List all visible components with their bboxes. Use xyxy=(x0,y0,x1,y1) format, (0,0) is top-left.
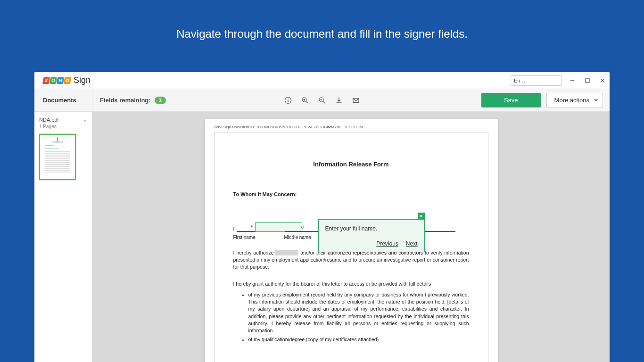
app-name: Sign xyxy=(74,75,91,85)
svg-line-8 xyxy=(306,101,308,103)
sidebar: NDA.pdf ⌄ 1 Pages 1 xyxy=(34,112,92,362)
bullet-item-1: of my previous employment record held by… xyxy=(248,291,469,334)
svg-rect-1 xyxy=(586,79,589,82)
app-window: ZOHO Sign Documents Fields remaining: xyxy=(34,72,610,362)
page-thumbnail[interactable]: 1 xyxy=(39,134,76,180)
minimize-icon[interactable] xyxy=(569,77,576,84)
tooltip-previous-link[interactable]: Previous xyxy=(376,240,398,247)
file-name: NDA.pdf xyxy=(39,117,59,123)
first-name-field-line xyxy=(237,225,284,232)
document-canvas[interactable]: Zoho Sign Document ID: 1OYMIHSDRI6YGHB8U… xyxy=(92,112,610,362)
document-page: Zoho Sign Document ID: 1OYMIHSDRI6YGHB8U… xyxy=(205,119,498,362)
document-id: Zoho Sign Document ID: 1OYMIHSDRI6YGHB8U… xyxy=(214,125,488,129)
paragraph-2: I hereby grant authority for the bearer … xyxy=(233,280,469,288)
paragraph-1: I hereby authorize xxxx and/or their aut… xyxy=(233,249,469,271)
fields-remaining-label: Fields remaining: xyxy=(100,97,151,104)
brand-logo: ZOHO Sign xyxy=(43,75,91,85)
fields-remaining-count: 3 xyxy=(155,97,166,104)
document-title: Information Release Form xyxy=(233,161,469,168)
save-button[interactable]: Save xyxy=(481,93,541,107)
close-icon[interactable] xyxy=(599,77,606,84)
zoho-logo-icon: ZOHO xyxy=(43,77,71,84)
tooltip-close-icon[interactable]: ✕ xyxy=(418,213,425,220)
language-selector[interactable] xyxy=(511,75,561,86)
tooltip-text: Enter your full name. xyxy=(325,225,418,232)
info-icon[interactable] xyxy=(284,97,292,104)
field-tooltip: ✕ Enter your full name. Previous Next xyxy=(318,219,425,252)
fields-remaining: Fields remaining: 3 xyxy=(100,97,166,104)
bullet-item-2: of my qualification/degree (copy of my c… xyxy=(248,336,469,343)
chevron-down-icon[interactable]: ⌄ xyxy=(83,116,87,123)
sidebar-header: Documents xyxy=(34,89,92,111)
maximize-icon[interactable] xyxy=(584,77,591,84)
titlebar: ZOHO Sign xyxy=(34,72,610,89)
zoom-in-icon[interactable] xyxy=(301,97,309,104)
bullet-list: of my previous employment record held by… xyxy=(233,291,469,344)
file-pages-label: 1 Pages xyxy=(39,124,87,129)
download-icon[interactable] xyxy=(335,97,343,104)
page-instruction: Navigate through the document and fill i… xyxy=(0,0,644,59)
mail-icon[interactable] xyxy=(352,97,360,104)
file-row[interactable]: NDA.pdf ⌄ xyxy=(39,116,87,123)
more-actions-button[interactable]: More actions xyxy=(546,93,603,107)
salutation: To Whom It May Concern: xyxy=(233,191,469,197)
svg-point-6 xyxy=(288,98,289,99)
first-name-label: First name xyxy=(233,235,284,240)
svg-line-12 xyxy=(323,101,325,103)
zoom-out-icon[interactable] xyxy=(318,97,326,104)
tooltip-next-link[interactable]: Next xyxy=(406,240,418,247)
toolbar: Documents Fields remaining: 3 Save More … xyxy=(34,89,610,112)
